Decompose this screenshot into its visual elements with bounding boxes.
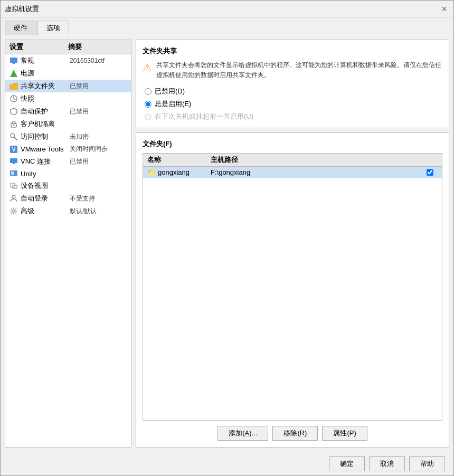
cancel-button[interactable]: 取消 bbox=[369, 456, 405, 471]
radio-group: 已禁用(D) 总是启用(E) 在下次关机或挂起前一直启用(U) bbox=[145, 87, 442, 121]
folder-icon: 📁 bbox=[147, 168, 156, 176]
folder-section: 文件夹(F) 名称 主机路径 📁 gongxiang F:\gongxiang bbox=[136, 132, 449, 448]
sidebar-item-vnc[interactable]: VNC 连接 已禁用 bbox=[5, 155, 131, 168]
svg-point-5 bbox=[13, 125, 15, 126]
snapshot-icon bbox=[10, 94, 18, 103]
monitor-icon bbox=[10, 56, 18, 65]
sidebar-item-power[interactable]: 电源 bbox=[5, 67, 131, 80]
sidebar-item-general[interactable]: 常规 20165301ctf bbox=[5, 54, 131, 67]
sidebar-item-advanced[interactable]: 高级 默认/默认 bbox=[5, 205, 131, 217]
sidebar-item-vmtools[interactable]: V VMware Tools 关闭时间同步 bbox=[5, 143, 131, 155]
sidebar-item-unity[interactable]: Unity bbox=[5, 168, 131, 179]
svg-rect-11 bbox=[13, 163, 15, 164]
radio-until-poweroff: 在下次关机或挂起前一直启用(U) bbox=[145, 112, 442, 121]
right-panel: 文件夹共享 ⚠ 共享文件夹会将您的文件显示给虚拟机中的程序。这可能为您的计算机和… bbox=[136, 40, 449, 448]
close-button[interactable]: × bbox=[439, 4, 449, 14]
sidebar-item-autologin[interactable]: 自动登录 不受支持 bbox=[5, 192, 131, 205]
left-panel: 设置 摘要 常规 20165301ctf 电源 bbox=[5, 40, 131, 448]
folder-table-header: 名称 主机路径 bbox=[143, 154, 442, 167]
radio-disabled[interactable]: 已禁用(D) bbox=[145, 87, 442, 96]
unity-icon bbox=[10, 169, 18, 178]
autoprotect-icon bbox=[10, 107, 18, 116]
svg-rect-10 bbox=[10, 158, 17, 163]
svg-rect-0 bbox=[10, 58, 17, 63]
warning-icon: ⚠ bbox=[143, 61, 152, 80]
main-window: 虚拟机设置 × 硬件 选项 设置 摘要 常规 bbox=[0, 0, 454, 476]
folder-buttons: 添加(A)... 移除(R) 属性(P) bbox=[143, 426, 442, 441]
window-title: 虚拟机设置 bbox=[5, 4, 39, 14]
access-icon bbox=[10, 132, 18, 141]
autologin-icon bbox=[10, 194, 18, 203]
svg-rect-1 bbox=[13, 63, 15, 64]
folder-row-gongxiang[interactable]: 📁 gongxiang F:\gongxiang bbox=[143, 167, 442, 178]
tab-hardware[interactable]: 硬件 bbox=[5, 21, 36, 35]
folder-enabled-checkbox[interactable] bbox=[427, 169, 433, 176]
vmtools-icon: V bbox=[10, 145, 18, 154]
advanced-icon bbox=[10, 207, 18, 215]
svg-point-16 bbox=[12, 195, 15, 198]
svg-text:V: V bbox=[12, 147, 16, 153]
folder-name-cell: 📁 gongxiang bbox=[147, 168, 211, 176]
radio-always-input[interactable] bbox=[145, 101, 152, 108]
devices-icon bbox=[10, 182, 18, 190]
radio-poweroff-input bbox=[145, 113, 152, 120]
radio-disabled-input[interactable] bbox=[145, 88, 152, 95]
sharing-section: 文件夹共享 ⚠ 共享文件夹会将您的文件显示给虚拟机中的程序。这可能为您的计算机和… bbox=[136, 40, 449, 128]
vnc-icon bbox=[10, 157, 18, 166]
bottom-bar: 确定 取消 帮助 bbox=[1, 452, 453, 475]
tab-options[interactable]: 选项 bbox=[37, 21, 69, 35]
power-icon bbox=[10, 69, 18, 78]
remove-folder-button[interactable]: 移除(R) bbox=[272, 426, 318, 441]
svg-line-7 bbox=[14, 137, 17, 140]
ok-button[interactable]: 确定 bbox=[329, 456, 365, 471]
shared-folder-icon bbox=[10, 82, 18, 90]
sidebar-item-devices[interactable]: 设备视图 bbox=[5, 179, 131, 192]
folder-properties-button[interactable]: 属性(P) bbox=[322, 426, 367, 441]
folder-checkbox-cell[interactable] bbox=[422, 169, 438, 176]
svg-point-17 bbox=[13, 210, 15, 212]
help-button[interactable]: 帮助 bbox=[409, 456, 445, 471]
isolation-icon bbox=[10, 120, 18, 128]
svg-marker-2 bbox=[10, 70, 17, 77]
sidebar-item-access[interactable]: 访问控制 未加密 bbox=[5, 130, 131, 143]
sidebar-item-snapshot[interactable]: 快照 bbox=[5, 92, 131, 105]
radio-always[interactable]: 总是启用(E) bbox=[145, 99, 442, 109]
left-panel-header: 设置 摘要 bbox=[5, 40, 131, 54]
sidebar-item-autoprotect[interactable]: 自动保护 已禁用 bbox=[5, 105, 131, 118]
svg-rect-13 bbox=[11, 172, 14, 175]
warning-text: 共享文件夹会将您的文件显示给虚拟机中的程序。这可能为您的计算机和数据带来风险。请… bbox=[156, 60, 442, 80]
folder-table: 名称 主机路径 📁 gongxiang F:\gongxiang bbox=[143, 153, 442, 421]
add-folder-button[interactable]: 添加(A)... bbox=[217, 426, 268, 441]
title-bar: 虚拟机设置 × bbox=[1, 1, 453, 17]
folder-section-title: 文件夹(F) bbox=[143, 139, 442, 149]
sidebar-item-shared-folder[interactable]: 共享文件夹 已禁用 bbox=[5, 80, 131, 92]
sharing-section-title: 文件夹共享 bbox=[143, 46, 442, 56]
content-area: 设置 摘要 常规 20165301ctf 电源 bbox=[1, 35, 453, 452]
sidebar-item-isolation[interactable]: 客户机隔离 bbox=[5, 118, 131, 130]
warning-row: ⚠ 共享文件夹会将您的文件显示给虚拟机中的程序。这可能为您的计算机和数据带来风险… bbox=[143, 60, 442, 80]
tab-bar: 硬件 选项 bbox=[1, 17, 453, 35]
